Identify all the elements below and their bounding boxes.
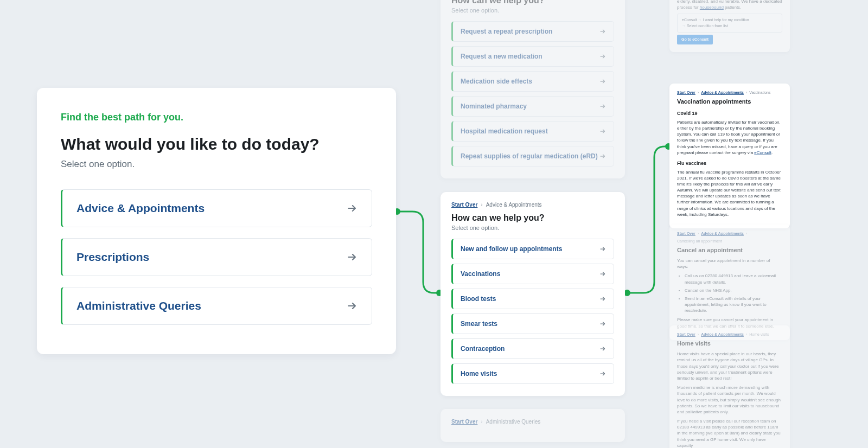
flu-body: The annual flu vaccine programme restart… xyxy=(677,169,782,218)
breadcrumb-advice[interactable]: Advice & Appointments xyxy=(701,231,744,236)
arrow-right-icon xyxy=(599,296,606,302)
home-visits-p1: Home visits have a special place in our … xyxy=(677,351,782,381)
arrow-right-icon xyxy=(599,53,606,60)
option-administrative-queries[interactable]: Administrative Queries xyxy=(61,287,372,325)
advice-option[interactable]: Home visits xyxy=(451,363,614,384)
option-label: Advice & Appointments xyxy=(76,202,205,215)
vaccination-title: Vaccination appointments xyxy=(677,98,782,106)
advice-appointments-card: Start Over › Advice & Appointments How c… xyxy=(441,192,625,396)
advice-option[interactable]: Contraception xyxy=(451,338,614,359)
option-label: Repeat supplies of regular medication (e… xyxy=(461,152,598,160)
list-item: Cancel on the NHS App. xyxy=(685,287,782,293)
chevron-right-icon: › xyxy=(481,419,482,425)
option-label: Hospital medication request xyxy=(461,127,548,135)
arrow-right-icon xyxy=(599,246,606,252)
card-heading: How can we help you? xyxy=(451,0,614,5)
breadcrumb-current: Administrative Queries xyxy=(486,419,541,425)
econsult-body: If you are unable to use eConsult please… xyxy=(677,0,782,10)
breadcrumb-advice[interactable]: Advice & Appointments xyxy=(701,332,744,337)
cancel-methods-list: Call us on 02380 449913 and leave a voic… xyxy=(677,273,782,313)
option-prescriptions[interactable]: Prescriptions xyxy=(61,238,372,276)
option-label: Administrative Queries xyxy=(76,299,201,312)
arrow-right-icon xyxy=(599,345,606,352)
option-label: Prescriptions xyxy=(76,251,149,264)
breadcrumb-current: Home visits xyxy=(749,332,769,337)
main-eyebrow: Find the best path for you. xyxy=(61,112,372,123)
breadcrumb: Start Over › Advice & Appointments › Vac… xyxy=(677,90,782,95)
arrow-right-icon xyxy=(347,300,358,311)
chevron-right-icon: › xyxy=(746,231,747,236)
breadcrumb-current: Advice & Appointments xyxy=(486,202,542,208)
arrow-right-icon xyxy=(599,103,606,110)
option-label: Medication side effects xyxy=(461,78,532,85)
arrow-right-icon xyxy=(599,271,606,277)
option-label: Contraception xyxy=(461,345,505,353)
home-visits-p2: Modern medicine is much more demanding w… xyxy=(677,385,782,415)
option-advice-appointments[interactable]: Advice & Appointments xyxy=(61,189,372,227)
breadcrumb-current: Cancelling an appointment xyxy=(677,239,722,244)
arrow-right-icon xyxy=(599,28,606,35)
breadcrumb: Start Over › Advice & Appointments › Hom… xyxy=(677,332,782,337)
list-item: Send in an eConsult with details of your… xyxy=(685,296,782,314)
arrow-right-icon xyxy=(347,203,358,214)
arrow-right-icon xyxy=(599,370,606,377)
administrative-queries-card: Start Over › Administrative Queries xyxy=(441,409,625,442)
breadcrumb-start-over[interactable]: Start Over xyxy=(451,202,477,208)
card-subheading: Select one option. xyxy=(451,225,614,231)
list-item: Call us on 02380 449913 and leave a voic… xyxy=(685,273,782,285)
option-label: Smear tests xyxy=(461,320,497,328)
option-label: Vaccinations xyxy=(461,270,500,278)
chevron-right-icon: › xyxy=(698,332,699,337)
card-subheading: Select one option. xyxy=(451,7,614,14)
card-heading: How can we help you? xyxy=(451,213,614,223)
econsult-link[interactable]: eConsult xyxy=(754,150,771,155)
prescription-option[interactable]: Request a new medication xyxy=(451,46,614,67)
breadcrumb-start-over[interactable]: Start Over xyxy=(677,332,695,337)
home-visits-card: Start Over › Advice & Appointments › Hom… xyxy=(669,325,790,448)
option-label: Request a new medication xyxy=(461,53,542,60)
option-label: Nominated pharmacy xyxy=(461,103,527,110)
breadcrumb: Start Over › Advice & Appointments xyxy=(451,202,614,208)
breadcrumb-start-over[interactable]: Start Over xyxy=(677,231,695,236)
econsult-path-box: eConsult → I want help for my condition … xyxy=(677,14,782,33)
covid-subtitle: Covid 19 xyxy=(677,110,782,117)
chevron-right-icon: › xyxy=(746,90,747,95)
breadcrumb-start-over[interactable]: Start Over xyxy=(677,90,695,95)
breadcrumb: Start Over › Administrative Queries xyxy=(451,419,614,425)
breadcrumb-current: Vaccinations xyxy=(749,90,770,95)
advice-option[interactable]: New and follow up appointments xyxy=(451,239,614,259)
option-label: Request a repeat prescription xyxy=(461,28,552,35)
arrow-right-icon xyxy=(599,321,606,327)
arrow-right-icon xyxy=(347,252,358,263)
cancel-title: Cancel an appointment xyxy=(677,246,782,254)
cancel-intro: You can cancel your appointment in a num… xyxy=(677,258,782,270)
advice-option[interactable]: Vaccinations xyxy=(451,264,614,284)
breadcrumb: Start Over › Advice & Appointments › Can… xyxy=(677,231,782,244)
prescription-option[interactable]: Nominated pharmacy xyxy=(451,96,614,117)
main-subheading: Select one option. xyxy=(61,159,372,170)
go-to-econsult-button[interactable]: Go to eConsult xyxy=(677,35,713,44)
prescription-option[interactable]: Request a repeat prescription xyxy=(451,21,614,42)
advice-option[interactable]: Blood tests xyxy=(451,289,614,309)
prescription-option[interactable]: Hospital medication request xyxy=(451,121,614,142)
prescriptions-card: How can we help you? Select one option. … xyxy=(441,0,625,178)
advice-option[interactable]: Smear tests xyxy=(451,313,614,334)
arrow-right-icon xyxy=(599,153,606,159)
breadcrumb-start-over[interactable]: Start Over xyxy=(451,419,477,425)
option-label: Blood tests xyxy=(461,295,496,303)
prescription-option[interactable]: Repeat supplies of regular medication (e… xyxy=(451,146,614,167)
option-label: New and follow up appointments xyxy=(461,245,562,253)
chevron-right-icon: › xyxy=(746,332,747,337)
home-visits-p3: If you need a visit please call our rece… xyxy=(677,418,782,448)
main-heading: What would you like to do today? xyxy=(61,135,372,153)
arrow-right-icon xyxy=(599,78,606,85)
breadcrumb-advice[interactable]: Advice & Appointments xyxy=(701,90,744,95)
prescription-option[interactable]: Medication side effects xyxy=(451,71,614,92)
chevron-right-icon: › xyxy=(698,90,699,95)
housebound-link[interactable]: housebound xyxy=(700,5,724,10)
econsult-info-card: If you are unable to use eConsult please… xyxy=(669,0,790,52)
main-card: Find the best path for you. What would y… xyxy=(37,88,396,354)
flu-subtitle: Flu vaccines xyxy=(677,160,782,167)
vaccination-card: Start Over › Advice & Appointments › Vac… xyxy=(669,84,790,228)
home-visits-title: Home visits xyxy=(677,340,782,348)
